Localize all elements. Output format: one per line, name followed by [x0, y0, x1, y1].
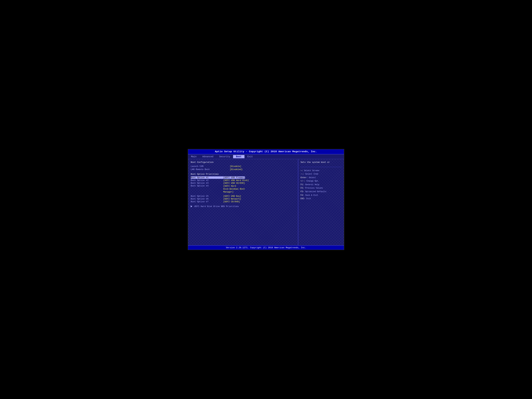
boot-option-2-value: [UEFI USB Hard Disk] [223, 179, 249, 182]
section-title: Boot Configuration [191, 161, 295, 164]
boot-option-5-value: [UEFI USB Key] [223, 195, 241, 197]
key-f3: F3: [301, 190, 304, 193]
boot-option-1-value: [UEFI USB Floppy] [223, 176, 245, 179]
boot-option-1[interactable]: Boot Option #1 [UEFI USB Floppy] [191, 176, 295, 179]
boot-option-2-label: Boot Option #2 [191, 179, 223, 182]
triangle-icon [191, 205, 192, 207]
boot-priorities-title: Boot Option Priorities [191, 173, 295, 175]
key-f1: F1: [301, 184, 304, 186]
key-help-f2: F2: Previous Values [301, 186, 342, 190]
launch-csm-value: [Disable] [230, 165, 241, 168]
key-arrows-lr: ↔: [301, 170, 303, 172]
key-plus-minus: +/-: [301, 180, 305, 182]
boot-option-4-value: [UEFI HardDisk:Windows BootManager] [223, 185, 245, 194]
menu-item-exit[interactable]: Exit [245, 155, 256, 158]
config-row-launch-csm[interactable]: Launch CSM [Disable] [191, 165, 295, 168]
boot-option-6-value: [UEFI Network] [223, 198, 241, 200]
boot-option-7-label: Boot Option #7 [191, 201, 223, 203]
boot-option-6[interactable]: Boot Option #6 [UEFI Network] [191, 198, 295, 200]
boot-option-5-label: Boot Option #5 [191, 195, 223, 197]
bios-body: Boot Configuration Launch CSM [Disable] … [188, 159, 344, 245]
boot-option-5[interactable]: Boot Option #5 [UEFI USB Key] [191, 195, 295, 197]
key-help-select-item: ↑↓: Select Item [301, 172, 342, 176]
boot-option-3-label: Boot Option #3 [191, 182, 223, 184]
side-help-text: Sets the system boot or [301, 161, 342, 164]
menu-item-main[interactable]: Main [188, 155, 200, 158]
lan-remote-label: LAN Remote Boot [191, 168, 230, 171]
bios-screen: Aptio Setup Utility - Copyright (C) 2018… [188, 149, 344, 250]
key-f4: F4: [301, 194, 304, 196]
key-help-f3: F3: Optimized Defaults [301, 190, 342, 194]
bbs-priorities[interactable]: UEFI Hard Disk Drive BBS Priorities [191, 205, 295, 208]
key-f2: F2: [301, 187, 304, 189]
key-help-esc: ESC: Exit [301, 197, 342, 201]
key-arrows-ud: ↑↓: [301, 173, 304, 175]
boot-option-3-value: [UEFI USB CD/DVD] [223, 182, 245, 184]
side-divider [301, 167, 342, 167]
content-area: Boot Configuration Launch CSM [Disable] … [188, 159, 344, 245]
menu-bar[interactable]: Main Advanced Security Boot Exit [188, 154, 344, 159]
boot-option-7-value: [UEFI CD/DVD] [223, 201, 240, 203]
key-help-f4: F4: Save & Exit [301, 194, 342, 197]
boot-option-7[interactable]: Boot Option #7 [UEFI CD/DVD] [191, 201, 295, 203]
boot-option-3[interactable]: Boot Option #3 [UEFI USB CD/DVD] [191, 182, 295, 184]
title-text: Aptio Setup Utility - Copyright (C) 2018… [215, 150, 317, 153]
menu-item-advanced[interactable]: Advanced [200, 155, 216, 158]
key-help: ↔: Select Screen ↑↓: Select Item Enter: … [301, 169, 342, 201]
menu-item-security[interactable]: Security [216, 155, 233, 158]
menu-item-boot[interactable]: Boot [233, 155, 245, 158]
key-enter: Enter: [301, 177, 308, 179]
boot-option-4-label: Boot Option #4 [191, 185, 223, 187]
title-bar: Aptio Setup Utility - Copyright (C) 2018… [188, 149, 344, 154]
main-panel: Boot Configuration Launch CSM [Disable] … [188, 159, 298, 245]
config-row-lan-remote[interactable]: LAN Remote Boot [Disabled] [191, 168, 295, 171]
lan-remote-value: [Disabled] [230, 168, 242, 171]
boot-option-4[interactable]: Boot Option #4 [UEFI HardDisk:Windows Bo… [191, 185, 295, 194]
bottom-bar: Version 2.20.1271. Copyright (C) 2018 Am… [188, 245, 344, 250]
key-help-change-opt: +/-: Change Opt. [301, 179, 342, 183]
side-panel: Sets the system boot or ↔: Select Screen… [298, 159, 344, 245]
bbs-priorities-label: UEFI Hard Disk Drive BBS Priorities [194, 205, 239, 208]
boot-option-2[interactable]: Boot Option #2 [UEFI USB Hard Disk] [191, 179, 295, 182]
key-help-enter: Enter: Select [301, 176, 342, 180]
key-help-f1: F1: General Help [301, 183, 342, 187]
boot-option-1-label: Boot Option #1 [191, 176, 223, 179]
launch-csm-label: Launch CSM [191, 165, 230, 168]
key-esc: ESC: [301, 197, 305, 200]
bottom-bar-text: Version 2.20.1271. Copyright (C) 2018 Am… [226, 247, 306, 249]
key-help-select-screen: ↔: Select Screen [301, 169, 342, 173]
boot-option-6-label: Boot Option #6 [191, 198, 223, 200]
